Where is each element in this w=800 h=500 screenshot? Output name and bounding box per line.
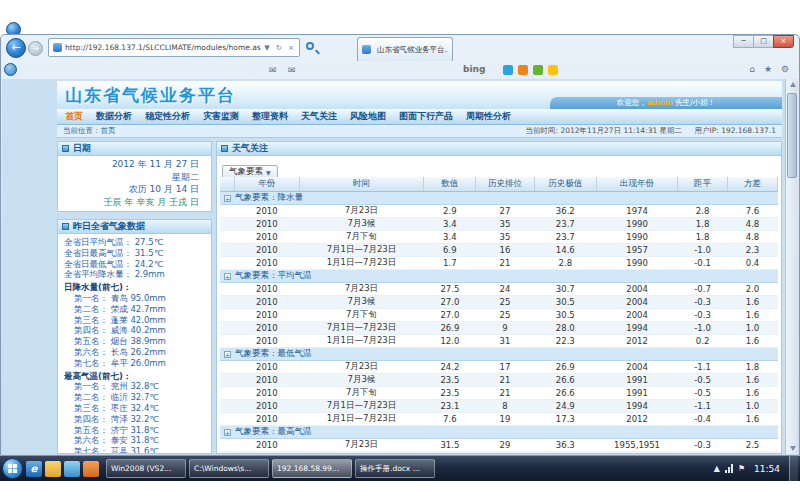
- nav-item-disaster-monitoring[interactable]: 灾害监测: [203, 110, 239, 123]
- expand-icon[interactable]: [224, 429, 231, 436]
- home-icon[interactable]: ⌂: [749, 64, 755, 74]
- nav-item-stability-analysis[interactable]: 稳定性分析: [145, 110, 190, 123]
- table-row[interactable]: 20101月1日—7月23日1.7212.81990-0.10.4: [220, 256, 778, 269]
- start-button[interactable]: [2, 458, 23, 479]
- weather-table: 年份时间数值历史排位历史极值出现年份距平方差 气象要素：降水量20107月23日…: [220, 177, 778, 453]
- table-row[interactable]: 20107月下旬3.43523.719901.84.8: [220, 230, 778, 243]
- table-row[interactable]: 20107月3候3.43523.719901.84.8: [220, 217, 778, 230]
- toolbar-orb-icon[interactable]: [4, 63, 17, 76]
- cell: 24.9: [534, 399, 596, 412]
- weather-focus-panel: 天气关注 气象要素 ▼: [216, 141, 782, 454]
- explorer-folder-icon[interactable]: [45, 461, 61, 477]
- table-row[interactable]: 20107月下旬27.02530.52004-0.31.6: [220, 308, 778, 321]
- cell: 26.9: [534, 360, 596, 373]
- maximize-button[interactable]: □: [753, 35, 774, 48]
- column-header: 数值: [424, 177, 476, 191]
- ie-icon[interactable]: e: [26, 461, 42, 477]
- network-icon[interactable]: [725, 464, 733, 473]
- cell: -1.1: [678, 399, 728, 412]
- table-row[interactable]: 20101月1日—7月23日12.03122.320120.21.6: [220, 334, 778, 347]
- search-icon[interactable]: [304, 40, 320, 56]
- cell: 1月1日—7月23日: [299, 334, 424, 347]
- expand-icon[interactable]: [224, 195, 231, 202]
- app-icon-blue[interactable]: [64, 461, 80, 477]
- cell: 2.8: [678, 204, 728, 217]
- summary-line: 全省日最高气温： 31.5℃: [64, 248, 205, 259]
- section-header-row[interactable]: 气象要素：最高气温: [220, 425, 778, 438]
- table-row[interactable]: 20107月1日—7月23日6.91614.61957-1.02.3: [220, 243, 778, 256]
- show-desktop-button[interactable]: [789, 456, 798, 481]
- address-bar[interactable]: http://192.168.137.1/SLCCLIMATE/modules/…: [48, 38, 300, 57]
- refresh-icon[interactable]: ↻: [273, 44, 285, 52]
- scrollbar-thumb[interactable]: [787, 93, 797, 178]
- table-row[interactable]: 20107月下旬23.52126.61991-0.51.6: [220, 386, 778, 399]
- table-row[interactable]: 20107月3候31.42535.31951-0.31.9: [220, 451, 778, 453]
- nav-item-periodic-analysis[interactable]: 周期性分析: [466, 110, 511, 123]
- address-dropdown-icon[interactable]: ▼: [261, 44, 273, 52]
- table-row[interactable]: 20107月23日31.52936.31955,1951-0.32.5: [220, 438, 778, 451]
- cell: 2010: [235, 256, 299, 269]
- cell: 28.0: [534, 321, 596, 334]
- row-spacer-cell: [220, 204, 235, 217]
- expand-icon[interactable]: [224, 273, 231, 280]
- breadcrumb-row: 当前位置：首页 当前时间: 2012年11月27日 11:14:31 星期二 用…: [57, 125, 782, 138]
- cell: 2010: [235, 412, 299, 425]
- date-panel-body: 2012 年 11 月 27 日星期二农历 10 月 14 日壬辰 年 辛亥 月…: [58, 156, 211, 211]
- table-row[interactable]: 20107月23日27.52430.72004-0.72.0: [220, 282, 778, 295]
- back-button[interactable]: ←: [6, 38, 26, 58]
- nav-item-risk-map[interactable]: 风险地图: [350, 110, 386, 123]
- send-mail-icon[interactable]: ✉: [285, 64, 298, 76]
- table-row[interactable]: 20107月3候23.52126.61991-0.51.6: [220, 373, 778, 386]
- action-center-icon[interactable]: ⚑: [738, 464, 745, 473]
- taskbar-clock[interactable]: 11:54: [750, 464, 784, 474]
- taskbar-button[interactable]: Win2008 (VS2...: [106, 459, 186, 478]
- nav-item-data-compilation[interactable]: 整理资料: [252, 110, 288, 123]
- table-container: 年份时间数值历史排位历史极值出现年份距平方差 气象要素：降水量20107月23日…: [217, 177, 781, 453]
- toolbar-orange-icon[interactable]: [518, 65, 528, 75]
- taskbar: e Win2008 (VS2...C:\Windows\s...192.168.…: [0, 456, 800, 481]
- taskbar-button[interactable]: 操作手册.docx ...: [355, 459, 435, 478]
- window-controls: ─ □ ×: [734, 35, 794, 48]
- toolbar-green-icon[interactable]: [533, 65, 543, 75]
- section-header-row[interactable]: 气象要素：平均气温: [220, 269, 778, 282]
- forward-button[interactable]: →: [28, 41, 43, 56]
- stop-icon[interactable]: ×: [285, 44, 297, 52]
- app-icon-orange[interactable]: [83, 461, 99, 477]
- table-row[interactable]: 20107月23日24.21726.92004-1.11.8: [220, 360, 778, 373]
- summary-line: 全省日最低气温： 24.2℃: [64, 259, 205, 270]
- gear-icon[interactable]: ⚙: [781, 64, 789, 74]
- toolbar-yellow-icon[interactable]: [548, 65, 558, 75]
- vertical-scrollbar[interactable]: [785, 79, 798, 454]
- taskbar-button[interactable]: 192.168.58.99...: [272, 459, 352, 478]
- scroll-up-icon[interactable]: [787, 79, 797, 91]
- table-row[interactable]: 20107月23日2.92736.219742.87.6: [220, 204, 778, 217]
- star-icon[interactable]: ★: [764, 64, 772, 74]
- expand-icon[interactable]: [224, 351, 231, 358]
- nav-item-home[interactable]: 首页: [65, 110, 83, 123]
- toolbar-blue-icon[interactable]: [503, 65, 513, 75]
- table-row[interactable]: 20107月1日—7月23日26.9928.01994-1.01.0: [220, 321, 778, 334]
- table-row[interactable]: 20101月1日—7月23日7.61917.32012-0.41.6: [220, 412, 778, 425]
- section-header-row[interactable]: 气象要素：最低气温: [220, 347, 778, 360]
- nav-item-product-issue[interactable]: 图面下行产品: [399, 110, 453, 123]
- table-row[interactable]: 20107月1日—7月23日23.1824.91994-1.11.0: [220, 399, 778, 412]
- taskbar-button[interactable]: C:\Windows\s...: [189, 459, 269, 478]
- cell: -1.1: [678, 360, 728, 373]
- table-row[interactable]: 20107月3候27.02530.52004-0.31.6: [220, 295, 778, 308]
- welcome-prefix: 欢迎您，: [617, 98, 647, 107]
- mail-icon[interactable]: ✉: [266, 64, 279, 76]
- section-header-row[interactable]: 气象要素：降水量: [220, 191, 778, 204]
- nav-item-weather-focus[interactable]: 天气关注: [301, 110, 337, 123]
- browser-tab[interactable]: 山东省气候业务平台...: [357, 37, 453, 61]
- bing-logo[interactable]: bing: [463, 64, 485, 74]
- expand-column-header: [220, 177, 235, 191]
- back-arrow-icon: ←: [11, 41, 20, 54]
- close-button[interactable]: ×: [773, 35, 794, 48]
- tray-up-icon[interactable]: ▲: [714, 464, 720, 473]
- nav-item-data-analysis[interactable]: 数据分析: [96, 110, 132, 123]
- cell: 1.9: [728, 451, 778, 453]
- scroll-down-icon[interactable]: [787, 442, 797, 454]
- cell: 25: [476, 295, 534, 308]
- minimize-button[interactable]: ─: [733, 35, 754, 48]
- cell: 27.0: [424, 295, 476, 308]
